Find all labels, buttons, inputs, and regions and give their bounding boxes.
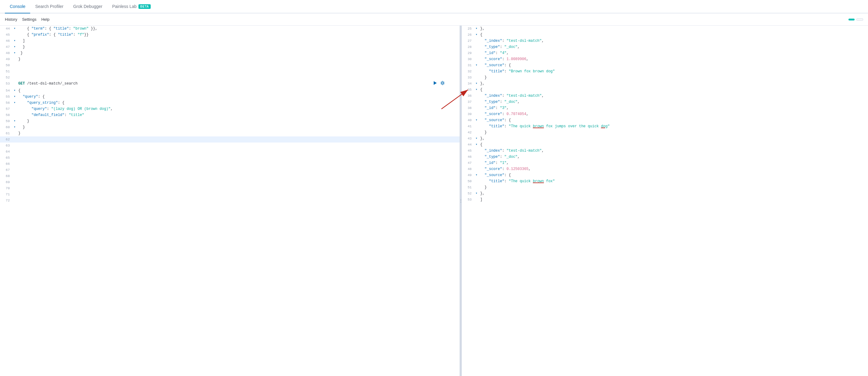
editor-line-52: 52 — [0, 75, 460, 81]
response-code-area[interactable]: 25▾},26▾{27 "_index": "test-dsl-match",2… — [462, 26, 868, 376]
response-panel: 25▾},26▾{27 "_index": "test-dsl-match",2… — [462, 26, 868, 376]
response-line-43: 43▾}, — [462, 136, 868, 142]
line-number: 46 — [0, 38, 12, 44]
line-content: GET /test-dsl-match/_search — [17, 81, 460, 88]
editor-line-62: 62 — [0, 137, 460, 143]
line-gutter[interactable]: ▾ — [474, 142, 479, 148]
line-gutter[interactable]: ▾ — [474, 32, 479, 38]
line-number: 42 — [462, 129, 474, 136]
editor-panel: 44▾ { "term": { "title": "brown" }},45 {… — [0, 26, 460, 376]
line-number: 44 — [462, 142, 474, 148]
line-number: 35 — [462, 87, 474, 93]
editor-code-area[interactable]: 44▾ { "term": { "title": "brown" }},45 {… — [0, 26, 460, 376]
settings-icon[interactable] — [440, 81, 445, 88]
secondary-nav: History Settings Help — [0, 13, 868, 26]
editor-line-53: 53 GET /test-dsl-match/_search — [0, 81, 460, 88]
help-button[interactable]: Help — [41, 16, 50, 23]
line-number: 61 — [0, 130, 12, 137]
editor-line-50: 50 — [0, 62, 460, 68]
line-content: "_score": 0.7074054, — [479, 111, 868, 117]
status-area — [848, 18, 863, 21]
line-gutter[interactable]: ▾ — [12, 94, 17, 100]
line-number: 28 — [462, 44, 474, 50]
line-gutter[interactable]: ▾ — [12, 124, 17, 130]
line-content: } — [17, 44, 460, 50]
line-gutter[interactable]: ▾ — [12, 44, 17, 50]
line-content: { — [479, 87, 868, 93]
response-line-36: 36 "_index": "test-dsl-match", — [462, 93, 868, 99]
line-content: "_index": "test-dsl-match", — [479, 38, 868, 44]
line-gutter[interactable]: ▾ — [474, 172, 479, 178]
response-line-42: 42 } — [462, 129, 868, 136]
line-number: 49 — [462, 172, 474, 178]
response-line-30: 30 "_score": 1.0089906, — [462, 56, 868, 62]
line-number: 33 — [462, 75, 474, 81]
line-gutter[interactable]: ▾ — [12, 50, 17, 56]
line-gutter[interactable]: ▾ — [474, 81, 479, 87]
line-gutter[interactable]: ▾ — [474, 117, 479, 123]
response-line-39: 39 "_score": 0.7074054, — [462, 111, 868, 117]
line-number: 59 — [0, 118, 12, 124]
line-number: 62 — [0, 137, 12, 143]
line-gutter[interactable]: ▾ — [12, 38, 17, 44]
tab-search-profiler[interactable]: Search Profiler — [30, 0, 68, 13]
line-gutter[interactable]: ▾ — [12, 100, 17, 106]
tab-painless-lab[interactable]: Painless Lab BETA — [107, 0, 156, 13]
line-gutter[interactable]: ▾ — [474, 191, 479, 197]
line-gutter[interactable]: ▾ — [12, 88, 17, 94]
line-number: 36 — [462, 93, 474, 99]
line-gutter[interactable]: ▾ — [12, 26, 17, 32]
response-line-53: 53 ] — [462, 197, 868, 203]
line-number: 51 — [462, 184, 474, 191]
line-content: } — [17, 124, 460, 130]
line-number: 41 — [462, 123, 474, 129]
line-content: "_index": "test-dsl-match", — [479, 148, 868, 154]
settings-button[interactable]: Settings — [22, 16, 36, 23]
response-line-32: 32 "title": "Brown fox brown dog" — [462, 68, 868, 75]
editor-line-49: 49 } — [0, 56, 460, 62]
svg-line-6 — [441, 82, 442, 82]
line-number: 27 — [462, 38, 474, 44]
tab-grok-debugger[interactable]: Grok Debugger — [68, 0, 107, 13]
line-content: "default_field": "title" — [17, 112, 460, 118]
line-content: { "prefix": { "title": "f"}} — [17, 32, 460, 38]
editor-line-72: 72 — [0, 198, 460, 204]
line-gutter[interactable]: ▾ — [474, 26, 479, 32]
editor-line-70: 70 — [0, 185, 460, 191]
line-content: "_id": "3", — [479, 105, 868, 111]
editor-line-47: 47▾ } — [0, 44, 460, 50]
top-nav: Console Search Profiler Grok Debugger Pa… — [0, 0, 868, 13]
line-content: ] — [17, 38, 460, 44]
line-gutter[interactable]: ▾ — [474, 136, 479, 142]
line-number: 49 — [0, 56, 12, 62]
response-line-37: 37 "_type": "_doc", — [462, 99, 868, 105]
line-number: 39 — [462, 111, 474, 117]
response-line-33: 33 } — [462, 75, 868, 81]
line-number: 45 — [462, 148, 474, 154]
editor-line-55: 55▾ "query": { — [0, 94, 460, 100]
line-gutter[interactable]: ▾ — [474, 87, 479, 93]
editor-line-69: 69 — [0, 179, 460, 185]
run-icon[interactable] — [433, 81, 438, 88]
tab-console[interactable]: Console — [5, 0, 30, 13]
response-line-44: 44▾{ — [462, 142, 868, 148]
line-gutter[interactable]: ▾ — [12, 118, 17, 124]
line-gutter[interactable]: ▾ — [474, 62, 479, 68]
history-button[interactable]: History — [5, 16, 17, 23]
line-number: 58 — [0, 112, 12, 118]
editor-line-67: 67 — [0, 167, 460, 173]
response-line-49: 49▾ "_source": { — [462, 172, 868, 178]
line-number: 60 — [0, 124, 12, 130]
line-number: 55 — [0, 94, 12, 100]
line-number: 44 — [0, 26, 12, 32]
line-number: 70 — [0, 185, 12, 191]
line-number: 37 — [462, 99, 474, 105]
editor-line-60: 60▾ } — [0, 124, 460, 130]
status-badge — [848, 19, 855, 21]
line-content: { — [17, 88, 460, 94]
line-number: 48 — [462, 166, 474, 172]
line-number: 69 — [0, 179, 12, 185]
line-number: 72 — [0, 198, 12, 204]
editor-line-44: 44▾ { "term": { "title": "brown" }}, — [0, 26, 460, 32]
main-content: 44▾ { "term": { "title": "brown" }},45 {… — [0, 26, 868, 376]
